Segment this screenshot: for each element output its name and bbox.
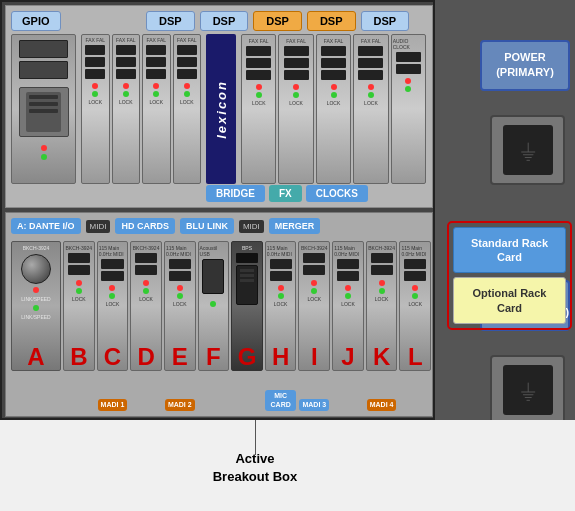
bridge-label: BRIDGE [206,185,265,202]
standard-rack-card[interactable]: Standard Rack Card [453,227,566,274]
slot-letter-j: J [332,343,364,371]
gpio-card-slot [11,34,76,184]
madi2-label: MADI 2 [165,399,195,411]
hd-cards-label: HD CARDS [115,218,175,234]
power-socket-primary[interactable]: ⏚ [490,115,565,185]
merger-label: MERGER [269,218,321,234]
blu-link-label: BLU LINK [180,218,234,234]
upper-right-card-1: FAX FAL LOCK [241,34,276,184]
dsp-chip-4: DSP [307,11,356,31]
slot-letter-c: C [97,343,129,371]
slot-letter-d: D [130,343,162,371]
upper-rack-section: GPIO DSP DSP DSP DSP DSP [5,5,433,208]
midi-label-a: MIDI [86,220,111,233]
upper-card-3: FAX FAL LOCK [142,34,171,184]
rack-diagram: GPIO DSP DSP DSP DSP DSP [0,0,575,511]
upper-card-4: FAX FAL LOCK [173,34,202,184]
upper-card-1: FAX FAL LOCK [81,34,110,184]
rack-frame: GPIO DSP DSP DSP DSP DSP [0,0,435,420]
slot-letter-g: G [231,343,263,371]
dsp-row: DSP DSP DSP DSP DSP [146,11,409,31]
slot-letter-k: K [366,343,398,371]
midi-label-b: MIDI [239,220,264,233]
optional-rack-card[interactable]: Optional Rack Card [453,277,566,324]
right-panel: POWER (PRIMARY) ⏚ POWER (SECONDARY) ⏚ St… [435,0,575,420]
upper-right-cards: FAX FAL LOCK FAX FAL LOCK [241,34,426,184]
dsp-chip-3: DSP [253,11,302,31]
madi4-label: MADI 4 [367,399,397,411]
dante-io-label: A: DANTE I/O [11,218,81,234]
slot-letter-e: E [164,343,196,371]
upper-right-card-5: AUDIO CLOCK [391,34,426,184]
slot-letter-i: I [298,343,330,371]
clocks-label: CLOCKS [306,185,368,202]
power-socket-secondary[interactable]: ⏚ [490,355,565,425]
dsp-chip-2: DSP [200,11,249,31]
breakout-box-label: Active Breakout Box [175,450,335,486]
slot-letter-l: L [399,343,431,371]
upper-right-card-3: FAX FAL LOCK [316,34,351,184]
upper-card-2: FAX FAL LOCK [112,34,141,184]
slot-letter-f: F [198,343,230,371]
madi3-label: MADI 3 [299,399,329,411]
fx-label: FX [269,185,302,202]
madi1-label: MADI 1 [98,399,128,411]
power-primary-label: POWER (PRIMARY) [480,40,570,91]
bottom-white-area: Active Breakout Box [0,420,575,511]
slot-letter-b: B [63,343,95,371]
dsp-chip-5: DSP [361,11,410,31]
slot-letters-row: A B C D E F G H I J K L [11,343,431,371]
mic-card-label: MIC CARD [265,390,297,411]
rack-card-area: Standard Rack Card Optional Rack Card [447,221,572,330]
rack-card-border: Standard Rack Card Optional Rack Card [447,221,572,330]
slot-letter-h: H [265,343,297,371]
upper-left-cards: FAX FAL LOCK FAX FAL LOCK [81,34,201,184]
gpio-label: GPIO [11,11,61,31]
upper-right-card-2: FAX FAL LOCK [278,34,313,184]
lower-top-labels: A: DANTE I/O MIDI HD CARDS BLU LINK MIDI… [11,218,320,234]
dsp-chip-1: DSP [146,11,195,31]
slot-sublabels-row: MADI 1 MADI 2 MIC CARD MADI 3 MADI 4 [11,390,431,411]
lower-rack-section: A: DANTE I/O MIDI HD CARDS BLU LINK MIDI… [5,212,433,417]
lexicon-panel: lexicon [206,34,236,184]
bridge-fx-clocks-labels: BRIDGE FX CLOCKS [206,185,368,202]
slot-letter-a: A [11,343,61,371]
upper-right-card-4: FAX FAL LOCK [353,34,388,184]
